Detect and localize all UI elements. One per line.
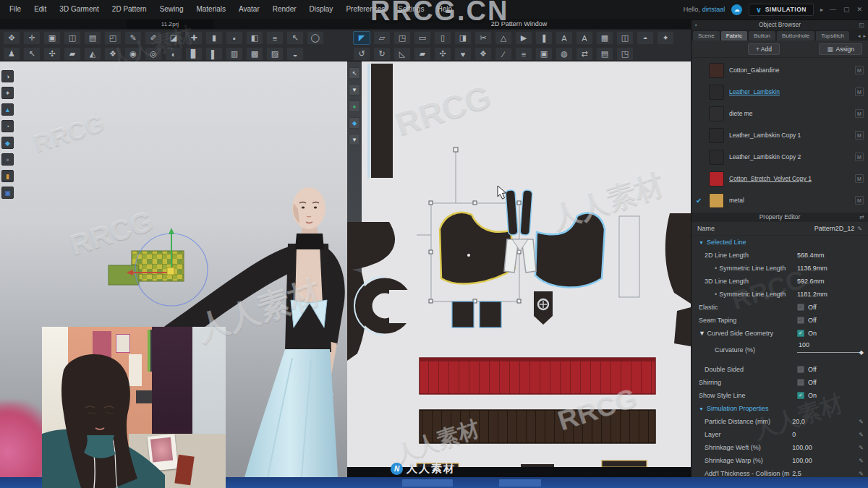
tool-icon[interactable]: ◫ bbox=[616, 31, 634, 45]
pattern-piece-left-blob[interactable] bbox=[347, 222, 395, 270]
object-browser-tab[interactable]: Fabric bbox=[721, 31, 747, 40]
view-tool-icon[interactable]: ✦ bbox=[1, 87, 14, 99]
tool-icon[interactable]: ◫ bbox=[64, 31, 81, 45]
tool-icon[interactable]: ◎ bbox=[145, 47, 162, 61]
edit-pencil-icon[interactable]: ✎ bbox=[859, 458, 864, 464]
tool-icon[interactable]: ↺ bbox=[353, 47, 370, 61]
tool-icon[interactable]: ▨ bbox=[266, 47, 284, 61]
edit-pencil-icon[interactable]: ✎ bbox=[859, 432, 864, 438]
pattern-piece-badge[interactable] bbox=[534, 291, 553, 325]
menu-item[interactable]: Materials bbox=[190, 0, 232, 19]
taskbar-item[interactable] bbox=[402, 479, 453, 487]
fabric-swatch[interactable] bbox=[709, 85, 724, 100]
tool-icon[interactable]: ▣ bbox=[43, 31, 61, 45]
maximize-button[interactable]: ▢ bbox=[843, 6, 850, 13]
fabric-badge[interactable]: M bbox=[855, 174, 864, 183]
curvature-slider[interactable]: ◆ bbox=[797, 348, 864, 356]
tool-icon[interactable]: ✣ bbox=[434, 47, 451, 61]
view-tool-icon[interactable]: ◑ bbox=[1, 70, 14, 82]
tool-icon[interactable]: ◯ bbox=[307, 31, 324, 45]
elastic-checkbox[interactable] bbox=[797, 304, 804, 311]
view-tool-icon[interactable]: ◔ bbox=[1, 120, 14, 132]
tool-icon[interactable]: ↖ bbox=[286, 31, 304, 45]
pattern-piece-dark-strip[interactable] bbox=[420, 410, 655, 443]
tool-icon[interactable]: ▊ bbox=[185, 47, 203, 61]
pattern-piece-bodice-selected[interactable] bbox=[440, 213, 515, 284]
assign-fabric-button[interactable]: ▦Assign bbox=[819, 43, 862, 55]
fabric-swatch[interactable] bbox=[709, 193, 724, 208]
view-tool-icon[interactable]: ● bbox=[1, 153, 14, 166]
add-fabric-button[interactable]: + Add bbox=[748, 43, 780, 55]
pattern-2d-canvas[interactable]: ↖▼●◆▼ bbox=[347, 61, 691, 468]
tool-icon[interactable]: ▦ bbox=[596, 31, 613, 45]
fabric-swatch[interactable] bbox=[709, 150, 724, 165]
edit-pencil-icon[interactable]: ✎ bbox=[859, 471, 864, 477]
tool-icon[interactable]: ▯ bbox=[434, 31, 451, 45]
tool-icon[interactable]: ✐ bbox=[145, 31, 162, 45]
tool-icon[interactable]: ▤ bbox=[596, 47, 613, 61]
fabric-swatch[interactable] bbox=[709, 171, 724, 187]
tool-icon[interactable]: ◍ bbox=[556, 47, 573, 61]
fabric-row[interactable]: ✔ diete me M bbox=[692, 103, 868, 124]
slider-handle[interactable]: ◆ bbox=[859, 349, 864, 356]
pattern-piece-right-1[interactable] bbox=[665, 213, 691, 304]
object-browser-tab[interactable]: Button bbox=[749, 31, 775, 40]
pattern-piece-outline[interactable] bbox=[619, 216, 639, 297]
menu-item[interactable]: Avatar bbox=[232, 0, 266, 19]
tool-icon[interactable]: ❚ bbox=[535, 31, 553, 45]
menu-item[interactable]: 2D Pattern bbox=[106, 0, 153, 19]
seam-taping-checkbox[interactable] bbox=[797, 317, 804, 324]
fabric-badge[interactable]: M bbox=[855, 66, 864, 74]
tool-icon[interactable]: ◓ bbox=[637, 31, 654, 45]
tool-icon[interactable]: ◨ bbox=[454, 31, 472, 45]
tool-icon[interactable]: ✚ bbox=[185, 31, 203, 45]
fabric-row[interactable]: ✔ metal M bbox=[692, 189, 868, 211]
tool-icon[interactable]: A bbox=[556, 31, 573, 45]
tool-icon[interactable]: ◳ bbox=[393, 31, 411, 45]
tool-icon[interactable]: ❖ bbox=[475, 47, 492, 61]
addl-thickness-value[interactable]: 2,5 bbox=[792, 470, 801, 477]
fabric-row[interactable]: ✔ Leather_Lambskin M bbox=[692, 81, 868, 103]
fabric-row[interactable]: ✔ Leather_Lambskin Copy 1 M bbox=[692, 124, 868, 146]
menu-item[interactable]: Edit bbox=[27, 0, 53, 19]
object-browser-tab[interactable]: Scene bbox=[693, 31, 720, 40]
edit-pencil-icon[interactable]: ✎ bbox=[857, 226, 862, 232]
tool-icon[interactable]: ♟ bbox=[3, 47, 20, 61]
simulation-dropdown-arrow[interactable]: ▸ bbox=[820, 7, 823, 13]
tool-icon[interactable]: ◳ bbox=[616, 47, 634, 61]
tool-icon[interactable]: ▤ bbox=[84, 31, 101, 45]
tool-icon[interactable]: ≡ bbox=[515, 47, 532, 61]
fabric-row[interactable]: ✔ Cotton_Stretch_Velvet Copy 1 M bbox=[692, 168, 868, 189]
shrinkage-warp-value[interactable]: 100,00 bbox=[792, 457, 812, 464]
shirring-checkbox[interactable] bbox=[797, 379, 804, 386]
tool-icon[interactable]: ▰ bbox=[64, 47, 81, 61]
menu-item[interactable]: Sewing bbox=[153, 0, 190, 19]
tool-icon[interactable]: ◭ bbox=[84, 47, 101, 61]
fabric-swatch[interactable] bbox=[709, 128, 724, 143]
fabric-badge[interactable]: M bbox=[855, 196, 864, 205]
section-selected-line[interactable]: ▼ Selected Line bbox=[692, 236, 868, 249]
pattern-piece-red-strip[interactable] bbox=[420, 358, 655, 394]
panel-swap-icon[interactable]: ⇄ bbox=[859, 213, 864, 222]
pattern-name-value[interactable]: Pattern2D_12 bbox=[814, 225, 855, 232]
simulation-button[interactable]: ∨ SIMULATION bbox=[749, 4, 814, 16]
edit-pencil-icon[interactable]: ✎ bbox=[859, 419, 864, 425]
view-tool-icon[interactable]: ◆ bbox=[1, 137, 14, 149]
edit-pencil-icon[interactable]: ✎ bbox=[859, 445, 864, 451]
view-tool-icon[interactable]: ▮ bbox=[1, 170, 14, 182]
double-sided-checkbox[interactable] bbox=[797, 366, 804, 373]
taskbar-item[interactable] bbox=[499, 479, 541, 487]
particle-distance-value[interactable]: 20,0 bbox=[792, 418, 805, 425]
tool-icon[interactable]: ▪ bbox=[226, 31, 243, 45]
menu-item[interactable]: Display bbox=[303, 0, 340, 19]
pattern-piece-sliver-3[interactable] bbox=[602, 461, 647, 467]
pattern-piece-strip[interactable] bbox=[371, 64, 393, 178]
section-simulation-properties[interactable]: ▼ Simulation Properties bbox=[692, 402, 868, 415]
tool-icon[interactable]: ✦ bbox=[657, 31, 674, 45]
tool-icon[interactable]: ✂ bbox=[475, 31, 492, 45]
tool-icon[interactable]: ◉ bbox=[124, 47, 142, 61]
tool-icon[interactable]: ✥ bbox=[3, 31, 20, 45]
collapse-arrow-icon[interactable]: ▼ bbox=[699, 240, 704, 245]
tool-icon[interactable]: ◪ bbox=[165, 31, 182, 45]
shrinkage-weft-value[interactable]: 100,00 bbox=[792, 444, 812, 451]
